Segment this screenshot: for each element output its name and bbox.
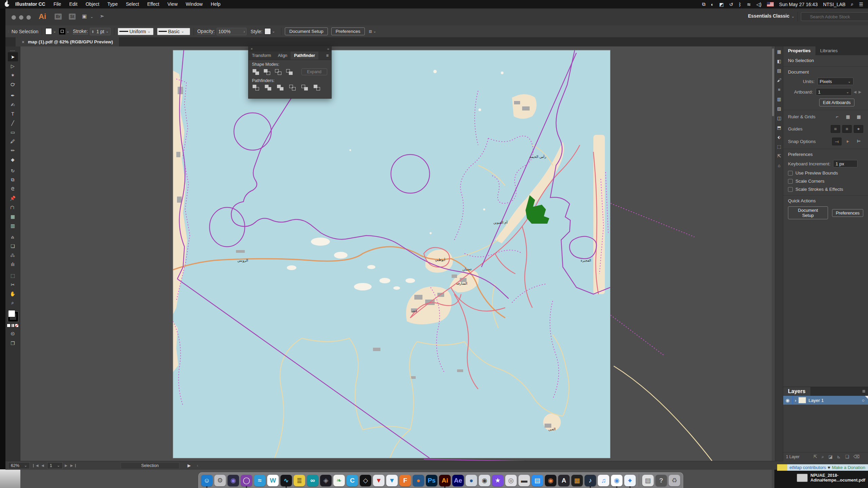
dock-itunes[interactable]: ♫ xyxy=(597,474,610,487)
stroke-weight-field[interactable]: ▲▼ 1 pt ⌄ xyxy=(90,28,111,35)
trim-icon[interactable] xyxy=(265,85,271,90)
smart-guides-icon[interactable]: ⌖ xyxy=(854,125,863,133)
show-rulers-icon[interactable]: ⌐ xyxy=(833,113,842,120)
fill-swatch[interactable] xyxy=(45,28,52,35)
spotlight-icon[interactable]: ⌕ xyxy=(851,1,854,7)
menu-user[interactable]: NTSI_LAB xyxy=(823,2,845,7)
delete-layer-icon[interactable]: ⌫ xyxy=(853,454,860,459)
layer-visibility-icon[interactable]: ◉ xyxy=(783,398,792,403)
dock-cinema-4d[interactable]: ● xyxy=(465,474,477,487)
menu-help[interactable]: Help xyxy=(207,0,225,8)
share-rocket-icon[interactable]: ➣ xyxy=(100,13,104,19)
first-artboard-icon[interactable]: ❙◀ ◀ xyxy=(32,464,45,467)
dock-keynote[interactable]: ▤ xyxy=(531,474,544,487)
tool-selection[interactable]: ➤ xyxy=(8,52,18,61)
layer-expand-chevron[interactable]: › xyxy=(795,398,796,403)
tool-magic-wand[interactable]: ✶ xyxy=(8,70,18,80)
tool-rectangle[interactable]: ▭ xyxy=(8,127,18,137)
none-mode-button[interactable] xyxy=(15,324,19,327)
menu-edit[interactable]: Edit xyxy=(65,0,81,8)
close-window-button[interactable] xyxy=(12,15,16,20)
brushes-panel-icon[interactable]: 🖌 xyxy=(777,78,782,83)
layer-target-icon[interactable]: ○ xyxy=(862,398,865,403)
wifi-icon[interactable]: ≋ xyxy=(747,2,751,7)
dock-finder[interactable]: ☺ xyxy=(201,474,213,487)
menu-file[interactable]: File xyxy=(50,0,65,8)
zoom-window-button[interactable] xyxy=(26,15,31,20)
minimize-window-button[interactable] xyxy=(19,15,23,20)
desktop-file[interactable]: NPUAE_2018- AdinaHempe...ocument.pdf xyxy=(797,473,865,483)
tool-pen[interactable]: ✒ xyxy=(8,91,18,100)
artboard-nav-dropdown[interactable]: 1⌄ xyxy=(47,462,63,469)
dock-a-ring-app[interactable]: A xyxy=(558,474,570,487)
show-guides-icon[interactable]: ⌗ xyxy=(831,125,840,133)
tool-curvature[interactable]: ✍ xyxy=(8,100,18,109)
opacity-field[interactable]: 100%› xyxy=(217,28,246,35)
volume-icon[interactable]: ◁) xyxy=(756,2,761,7)
appearance-panel-icon[interactable]: ◫ xyxy=(777,116,781,121)
arrange-documents-chevron[interactable]: ⌄ xyxy=(90,15,93,19)
artboard[interactable]: دبي الشارقة عجمان أم القيوين رأس الخيمة … xyxy=(173,50,610,458)
color-guide-panel-icon[interactable]: ◧ xyxy=(777,59,781,64)
stroke-swatch-chevron[interactable]: ⌄ xyxy=(66,29,70,34)
tool-scale[interactable]: ⧉ xyxy=(8,175,18,184)
tool-slice[interactable]: ✂ xyxy=(8,280,18,289)
time-machine-icon[interactable]: ↺ xyxy=(729,2,733,7)
dock-wave-app[interactable]: ∿ xyxy=(280,474,292,487)
snap-to-point-icon[interactable]: ⟞ xyxy=(832,138,842,145)
tab-transform[interactable]: Transform xyxy=(249,52,275,60)
divide-icon[interactable] xyxy=(253,85,259,90)
snap-to-pixel-icon[interactable]: ⊨ xyxy=(854,138,863,145)
panel-menu-icon[interactable]: ≡ xyxy=(326,53,331,58)
tool-paintbrush[interactable]: 🖉 xyxy=(8,137,18,146)
locate-object-icon[interactable]: ⌕ xyxy=(822,454,824,460)
dock-blue-triangle-app[interactable]: ▼ xyxy=(386,474,398,487)
stroke-swatch[interactable] xyxy=(59,28,65,35)
tool-rotate[interactable]: ↻ xyxy=(8,166,18,175)
fill-indicator[interactable] xyxy=(8,310,15,317)
menu-window[interactable]: Window xyxy=(182,0,207,8)
minus-front-icon[interactable] xyxy=(264,69,270,75)
menu-effect[interactable]: Effect xyxy=(143,0,163,8)
input-source-icon[interactable]: ◩ xyxy=(719,2,724,7)
dock-cura[interactable]: C xyxy=(346,474,358,487)
apple-menu-icon[interactable] xyxy=(5,2,9,7)
dock-photoshop[interactable]: Ps xyxy=(426,474,438,487)
panel-grip[interactable]: ⋮⋮ xyxy=(7,30,12,33)
dock-pad-grid-app[interactable]: ▦ xyxy=(571,474,583,487)
dock-after-effects[interactable]: Ae xyxy=(452,474,464,487)
use-preview-bounds-checkbox[interactable] xyxy=(788,171,793,176)
dock-arduino[interactable]: ∞ xyxy=(307,474,319,487)
tool-artboard[interactable]: ⬚ xyxy=(8,271,18,280)
zoom-level-dropdown[interactable]: 62%⌄ xyxy=(8,462,30,469)
arrange-documents-icon[interactable]: ▣ xyxy=(82,13,87,19)
display-icon[interactable]: ⧉ xyxy=(702,1,706,7)
graphic-styles-panel-icon[interactable]: ⬒ xyxy=(777,125,781,130)
notification-center-icon[interactable]: ☰ xyxy=(859,2,863,7)
brush-definition-dropdown[interactable]: Basic⌄ xyxy=(157,28,190,35)
dock-amazon-music[interactable]: ♪ xyxy=(584,474,596,487)
bluetooth-icon[interactable]: ᛒ xyxy=(738,2,741,7)
tool-column-graph[interactable]: ılı xyxy=(8,260,18,269)
tool-mesh[interactable]: ▦ xyxy=(8,212,18,221)
workspace-switcher[interactable]: Essentials Classic xyxy=(748,13,789,19)
swatches-panel-icon[interactable]: ▤ xyxy=(777,68,781,73)
dock-fusion-360[interactable]: F xyxy=(399,474,411,487)
dock-system-preferences[interactable]: ⚙ xyxy=(214,474,226,487)
tab-libraries[interactable]: Libraries xyxy=(815,46,843,55)
dock-missing-app[interactable]: ? xyxy=(655,474,667,487)
tool-hand[interactable]: ✋ xyxy=(8,289,18,298)
tool-eyedropper[interactable]: 🜁 xyxy=(8,232,18,241)
isolate-selection-icon[interactable]: ⧈ xyxy=(369,28,372,34)
artboards-panel-icon[interactable]: ⬚ xyxy=(777,144,781,149)
dock-wunderlist[interactable]: W xyxy=(267,474,279,487)
dock-leaf-book-app[interactable]: ❧ xyxy=(333,474,345,487)
dock-dark-geometric-app[interactable]: ◈ xyxy=(320,474,332,487)
transparency-panel-icon[interactable]: ▨ xyxy=(777,106,781,111)
minus-back-icon[interactable] xyxy=(314,85,320,90)
panel-close-icon[interactable]: × xyxy=(251,47,253,51)
prev-artboard-icon[interactable]: ◀ xyxy=(854,90,856,94)
tool-line[interactable]: ╱ xyxy=(8,118,18,127)
tool-blend[interactable]: ❏ xyxy=(8,241,18,250)
new-layer-icon[interactable]: ❏ xyxy=(845,454,849,459)
